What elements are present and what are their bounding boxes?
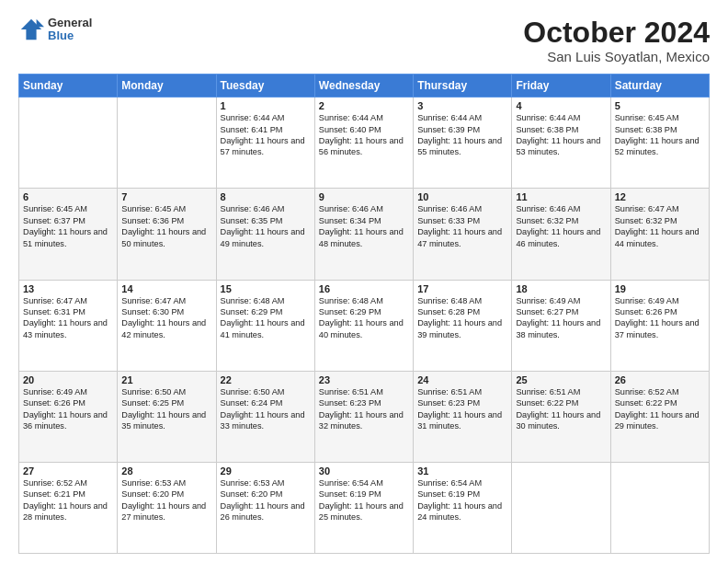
calendar-cell: 25Sunrise: 6:51 AMSunset: 6:22 PMDayligh… [512, 371, 610, 462]
day-number: 20 [23, 374, 113, 385]
calendar-cell: 31Sunrise: 6:54 AMSunset: 6:19 PMDayligh… [414, 462, 512, 553]
cell-text: Sunrise: 6:46 AMSunset: 6:32 PMDaylight:… [516, 203, 606, 249]
calendar-week-5: 27Sunrise: 6:52 AMSunset: 6:21 PMDayligh… [19, 462, 710, 553]
calendar-cell: 18Sunrise: 6:49 AMSunset: 6:27 PMDayligh… [512, 280, 610, 371]
cell-text: Sunrise: 6:46 AMSunset: 6:35 PMDaylight:… [221, 203, 311, 249]
day-number: 16 [319, 283, 409, 294]
cell-text: Sunrise: 6:52 AMSunset: 6:22 PMDaylight:… [615, 386, 705, 432]
calendar-table: SundayMondayTuesdayWednesdayThursdayFrid… [18, 74, 710, 554]
cell-text: Sunrise: 6:54 AMSunset: 6:19 PMDaylight:… [319, 477, 409, 523]
cell-text: Sunrise: 6:47 AMSunset: 6:31 PMDaylight:… [23, 295, 113, 341]
logo-general: General [48, 17, 92, 29]
day-number: 5 [615, 100, 705, 111]
calendar-cell: 5Sunrise: 6:45 AMSunset: 6:38 PMDaylight… [610, 98, 709, 189]
calendar-cell: 21Sunrise: 6:50 AMSunset: 6:25 PMDayligh… [118, 371, 216, 462]
calendar-cell: 20Sunrise: 6:49 AMSunset: 6:26 PMDayligh… [19, 371, 118, 462]
day-number: 21 [121, 374, 211, 385]
weekday-header-thursday: Thursday [414, 75, 512, 98]
day-number: 23 [319, 374, 409, 385]
calendar-cell: 9Sunrise: 6:46 AMSunset: 6:34 PMDaylight… [314, 189, 413, 280]
calendar-cell [512, 462, 610, 553]
day-number: 2 [319, 100, 409, 111]
day-number: 24 [417, 374, 507, 385]
header: General Blue October 2024 San Luis Soyat… [18, 17, 710, 64]
calendar-cell: 8Sunrise: 6:46 AMSunset: 6:35 PMDaylight… [216, 189, 314, 280]
cell-text: Sunrise: 6:44 AMSunset: 6:38 PMDaylight:… [516, 112, 606, 158]
cell-text: Sunrise: 6:45 AMSunset: 6:37 PMDaylight:… [23, 203, 113, 249]
logo-text: General Blue [48, 17, 92, 43]
logo-icon [18, 17, 44, 42]
weekday-header-row: SundayMondayTuesdayWednesdayThursdayFrid… [19, 75, 710, 98]
weekday-header-sunday: Sunday [19, 75, 118, 98]
day-number: 17 [417, 283, 507, 294]
day-number: 4 [516, 100, 606, 111]
cell-text: Sunrise: 6:49 AMSunset: 6:26 PMDaylight:… [23, 386, 113, 432]
day-number: 15 [221, 283, 311, 294]
svg-marker-1 [37, 19, 44, 27]
calendar-week-4: 20Sunrise: 6:49 AMSunset: 6:26 PMDayligh… [19, 371, 710, 462]
day-number: 31 [417, 465, 507, 477]
cell-text: Sunrise: 6:45 AMSunset: 6:36 PMDaylight:… [121, 203, 211, 249]
calendar-cell: 4Sunrise: 6:44 AMSunset: 6:38 PMDaylight… [512, 98, 610, 189]
cell-text: Sunrise: 6:45 AMSunset: 6:38 PMDaylight:… [615, 112, 705, 158]
day-number: 6 [23, 191, 113, 202]
day-number: 9 [319, 191, 409, 202]
cell-text: Sunrise: 6:48 AMSunset: 6:29 PMDaylight:… [319, 295, 409, 341]
day-number: 11 [516, 191, 606, 202]
cell-text: Sunrise: 6:48 AMSunset: 6:28 PMDaylight:… [417, 295, 507, 341]
cell-text: Sunrise: 6:48 AMSunset: 6:29 PMDaylight:… [221, 295, 311, 341]
logo: General Blue [18, 17, 92, 43]
calendar-cell: 1Sunrise: 6:44 AMSunset: 6:41 PMDaylight… [216, 98, 314, 189]
calendar-cell [118, 98, 216, 189]
day-number: 28 [121, 465, 211, 477]
day-number: 1 [221, 100, 311, 111]
calendar-cell: 6Sunrise: 6:45 AMSunset: 6:37 PMDaylight… [19, 189, 118, 280]
day-number: 26 [615, 374, 705, 385]
month-title: October 2024 [523, 17, 710, 49]
weekday-header-monday: Monday [118, 75, 216, 98]
calendar-cell: 14Sunrise: 6:47 AMSunset: 6:30 PMDayligh… [118, 280, 216, 371]
calendar-cell: 29Sunrise: 6:53 AMSunset: 6:20 PMDayligh… [216, 462, 314, 553]
cell-text: Sunrise: 6:49 AMSunset: 6:26 PMDaylight:… [615, 295, 705, 341]
calendar-cell: 28Sunrise: 6:53 AMSunset: 6:20 PMDayligh… [118, 462, 216, 553]
calendar-cell: 7Sunrise: 6:45 AMSunset: 6:36 PMDaylight… [118, 189, 216, 280]
cell-text: Sunrise: 6:51 AMSunset: 6:23 PMDaylight:… [319, 386, 409, 432]
calendar-cell: 11Sunrise: 6:46 AMSunset: 6:32 PMDayligh… [512, 189, 610, 280]
cell-text: Sunrise: 6:49 AMSunset: 6:27 PMDaylight:… [516, 295, 606, 341]
calendar-week-1: 1Sunrise: 6:44 AMSunset: 6:41 PMDaylight… [19, 98, 710, 189]
calendar-cell: 26Sunrise: 6:52 AMSunset: 6:22 PMDayligh… [610, 371, 709, 462]
title-block: October 2024 San Luis Soyatlan, Mexico [523, 17, 710, 64]
cell-text: Sunrise: 6:46 AMSunset: 6:34 PMDaylight:… [319, 203, 409, 249]
calendar-cell: 30Sunrise: 6:54 AMSunset: 6:19 PMDayligh… [314, 462, 413, 553]
cell-text: Sunrise: 6:54 AMSunset: 6:19 PMDaylight:… [417, 477, 507, 523]
day-number: 14 [121, 283, 211, 294]
day-number: 3 [417, 100, 507, 111]
weekday-header-saturday: Saturday [610, 75, 709, 98]
day-number: 22 [221, 374, 311, 385]
weekday-header-friday: Friday [512, 75, 610, 98]
calendar-cell: 27Sunrise: 6:52 AMSunset: 6:21 PMDayligh… [19, 462, 118, 553]
calendar-cell: 19Sunrise: 6:49 AMSunset: 6:26 PMDayligh… [610, 280, 709, 371]
cell-text: Sunrise: 6:44 AMSunset: 6:41 PMDaylight:… [221, 112, 311, 158]
cell-text: Sunrise: 6:53 AMSunset: 6:20 PMDaylight:… [221, 477, 311, 523]
page: General Blue October 2024 San Luis Soyat… [0, 0, 728, 563]
cell-text: Sunrise: 6:47 AMSunset: 6:30 PMDaylight:… [121, 295, 211, 341]
cell-text: Sunrise: 6:44 AMSunset: 6:40 PMDaylight:… [319, 112, 409, 158]
weekday-header-wednesday: Wednesday [314, 75, 413, 98]
calendar-cell: 10Sunrise: 6:46 AMSunset: 6:33 PMDayligh… [414, 189, 512, 280]
calendar-cell: 12Sunrise: 6:47 AMSunset: 6:32 PMDayligh… [610, 189, 709, 280]
day-number: 29 [221, 465, 311, 477]
day-number: 18 [516, 283, 606, 294]
cell-text: Sunrise: 6:51 AMSunset: 6:23 PMDaylight:… [417, 386, 507, 432]
calendar-cell: 13Sunrise: 6:47 AMSunset: 6:31 PMDayligh… [19, 280, 118, 371]
calendar-week-2: 6Sunrise: 6:45 AMSunset: 6:37 PMDaylight… [19, 189, 710, 280]
calendar-cell [19, 98, 118, 189]
calendar-cell: 17Sunrise: 6:48 AMSunset: 6:28 PMDayligh… [414, 280, 512, 371]
logo-blue: Blue [48, 29, 92, 42]
cell-text: Sunrise: 6:51 AMSunset: 6:22 PMDaylight:… [516, 386, 606, 432]
cell-text: Sunrise: 6:47 AMSunset: 6:32 PMDaylight:… [615, 203, 705, 249]
day-number: 10 [417, 191, 507, 202]
location: San Luis Soyatlan, Mexico [523, 49, 710, 64]
calendar-cell: 16Sunrise: 6:48 AMSunset: 6:29 PMDayligh… [314, 280, 413, 371]
calendar-cell: 2Sunrise: 6:44 AMSunset: 6:40 PMDaylight… [314, 98, 413, 189]
